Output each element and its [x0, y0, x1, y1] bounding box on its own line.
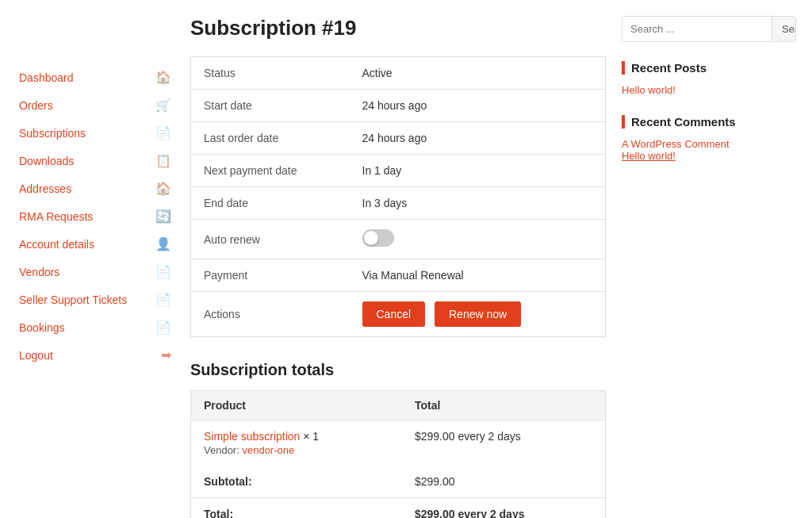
sidebar-label-logout: Logout: [19, 349, 161, 362]
sidebar-item-subscriptions[interactable]: Subscriptions 📄: [16, 119, 174, 147]
field-label: Status: [191, 57, 350, 90]
auto-renew-toggle[interactable]: [362, 229, 394, 247]
sidebar-item-rma-requests[interactable]: RMA Requests 🔄: [16, 202, 174, 230]
totals-section-title: Subscription totals: [190, 361, 606, 379]
sidebar: Dashboard 🏠 Orders 🛒 Subscriptions 📄 Dow…: [16, 16, 174, 518]
sidebar-icon-subscriptions: 📄: [155, 125, 171, 140]
recent-posts-title: Recent Posts: [622, 61, 796, 75]
field-value: Via Manual Renewal: [350, 259, 606, 292]
search-button[interactable]: Sea: [772, 17, 796, 41]
recent-comments-title: Recent Comments: [622, 115, 796, 129]
sidebar-icon-logout: ➡: [161, 347, 171, 363]
subtotal-value: $299.00: [402, 466, 606, 498]
sidebar-icon-seller-support-tickets: 📄: [155, 292, 171, 307]
sidebar-item-vendors[interactable]: Vendors 📄: [16, 258, 174, 286]
sidebar-icon-bookings: 📄: [155, 320, 171, 335]
sidebar-label-bookings: Bookings: [19, 321, 155, 334]
renew-button[interactable]: Renew now: [435, 301, 521, 327]
field-value: [350, 220, 606, 259]
sidebar-label-subscriptions: Subscriptions: [19, 127, 155, 140]
sidebar-icon-vendors: 📄: [155, 264, 171, 279]
sidebar-label-addresses: Addresses: [19, 182, 155, 195]
product-cell: Simple subscription × 1 Vendor: vendor-o…: [191, 420, 402, 466]
field-actions: Cancel Renew now: [350, 292, 606, 337]
subscription-details-table: Status Active Start date 24 hours ago La…: [190, 56, 606, 337]
subscription-field-row: Status Active: [191, 57, 606, 90]
field-label: Last order date: [191, 122, 350, 155]
field-value: In 1 day: [350, 155, 606, 187]
total-label: Total:: [191, 498, 402, 519]
field-label: Auto renew: [191, 220, 350, 259]
field-value: 24 hours ago: [350, 90, 606, 122]
subscription-field-row: End date In 3 days: [191, 187, 606, 220]
page-title: Subscription #19: [190, 16, 606, 40]
search-input[interactable]: [622, 17, 772, 41]
field-label: Actions: [191, 292, 350, 337]
sidebar-label-vendors: Vendors: [19, 266, 155, 278]
comment-link[interactable]: Hello world!: [622, 150, 676, 162]
sidebar-icon-dashboard: 🏠: [155, 70, 171, 85]
search-bar: Sea: [622, 16, 796, 42]
sidebar-label-account-details: Account details: [19, 238, 155, 251]
subtotal-row: Subtotal: $299.00: [191, 466, 606, 498]
recent-post-link[interactable]: Hello world!: [622, 84, 796, 96]
vendor-info: Vendor: vendor-one: [204, 444, 389, 456]
field-label: End date: [191, 187, 350, 220]
sidebar-icon-addresses: 🏠: [155, 181, 171, 196]
col-product: Product: [191, 391, 402, 420]
product-total: $299.00 every 2 days: [402, 420, 606, 466]
vendor-link[interactable]: vendor-one: [242, 444, 294, 456]
field-label: Start date: [191, 90, 350, 122]
sidebar-icon-downloads: 📋: [155, 153, 171, 168]
field-value: 24 hours ago: [350, 122, 606, 155]
total-row: Total: $299.00 every 2 days: [191, 498, 606, 519]
sidebar-label-seller-support-tickets: Seller Support Tickets: [19, 294, 155, 306]
field-label: Payment: [191, 259, 350, 292]
right-sidebar: Sea Recent Posts Hello world! Recent Com…: [622, 16, 796, 518]
subscription-field-row: Last order date 24 hours ago: [191, 122, 606, 155]
sidebar-item-dashboard[interactable]: Dashboard 🏠: [16, 63, 174, 91]
col-total: Total: [402, 391, 606, 420]
subscription-field-row: Next payment date In 1 day: [191, 155, 606, 187]
product-qty: × 1: [303, 430, 319, 443]
sidebar-item-orders[interactable]: Orders 🛒: [16, 91, 174, 119]
total-value: $299.00 every 2 days: [402, 498, 606, 519]
sidebar-icon-rma-requests: 🔄: [155, 209, 171, 224]
comment-text: A WordPress Comment Hello world!: [622, 138, 796, 162]
sidebar-label-downloads: Downloads: [19, 155, 155, 167]
sidebar-item-account-details[interactable]: Account details 👤: [16, 230, 174, 258]
cancel-button[interactable]: Cancel: [362, 301, 426, 327]
field-value: Active: [350, 57, 606, 90]
field-label: Next payment date: [191, 155, 350, 187]
subscription-field-row: Start date 24 hours ago: [191, 90, 606, 122]
subscription-field-row: Payment Via Manual Renewal: [191, 259, 606, 292]
sidebar-item-addresses[interactable]: Addresses 🏠: [16, 175, 174, 202]
sidebar-item-logout[interactable]: Logout ➡: [16, 341, 174, 369]
subscription-field-row: Actions Cancel Renew now: [191, 292, 606, 337]
sidebar-icon-orders: 🛒: [155, 98, 171, 113]
totals-row: Simple subscription × 1 Vendor: vendor-o…: [191, 420, 606, 466]
recent-comments-widget: Recent Comments A WordPress Comment Hell…: [622, 115, 796, 162]
subtotal-label: Subtotal:: [191, 466, 402, 498]
sidebar-item-seller-support-tickets[interactable]: Seller Support Tickets 📄: [16, 286, 174, 313]
field-value: In 3 days: [350, 187, 606, 220]
sidebar-item-bookings[interactable]: Bookings 📄: [16, 313, 174, 341]
recent-posts-widget: Recent Posts Hello world!: [622, 61, 796, 96]
sidebar-label-rma-requests: RMA Requests: [19, 210, 155, 223]
sidebar-icon-account-details: 👤: [155, 236, 171, 251]
sidebar-label-orders: Orders: [19, 99, 155, 112]
main-content: Subscription #19 Status Active Start dat…: [190, 16, 606, 518]
totals-table: Product Total Simple subscription × 1 Ve…: [190, 390, 606, 518]
subscription-field-row: Auto renew: [191, 220, 606, 259]
sidebar-label-dashboard: Dashboard: [19, 71, 155, 84]
product-link[interactable]: Simple subscription: [204, 430, 300, 443]
sidebar-item-downloads[interactable]: Downloads 📋: [16, 147, 174, 175]
